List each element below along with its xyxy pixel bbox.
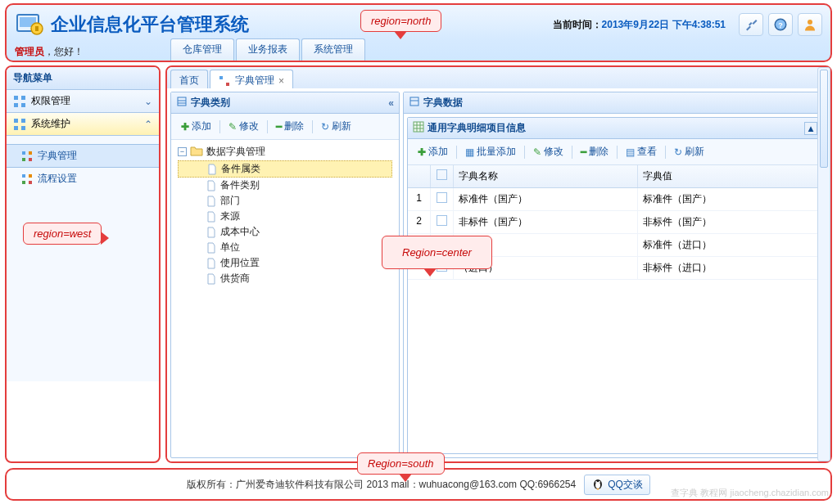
tree-icon	[21, 151, 33, 162]
svg-point-37	[595, 481, 597, 483]
app-logo-icon	[15, 10, 44, 39]
center-region: 首页 字典管理 × 字典类别 « ✚添加 ✎修改 ━删除 ↻刷新	[165, 65, 832, 463]
vertical-scrollbar[interactable]	[817, 67, 830, 461]
add-button[interactable]: ✚添加	[413, 142, 453, 161]
tree-node-label: 来源	[220, 209, 240, 223]
svg-rect-11	[14, 119, 18, 123]
collapse-icon[interactable]: −	[178, 147, 187, 156]
svg-rect-12	[21, 119, 25, 123]
tree-node[interactable]: 成本中心	[178, 224, 392, 240]
callout-center: Region=center	[382, 236, 492, 269]
app-title: 企业信息化平台管理系统	[51, 12, 249, 37]
tree-node[interactable]: 单位	[178, 240, 392, 255]
top-tab-reports[interactable]: 业务报表	[236, 38, 300, 61]
table-row[interactable]: 1标准件（国产）标准件（国产）	[408, 188, 822, 211]
svg-rect-21	[22, 181, 25, 184]
cell-checkbox[interactable]	[431, 188, 454, 210]
nav-body: 字典管理 流程设置	[7, 136, 159, 381]
inner-grid-panel: 通用字典明细项目信息 ▴ ✚添加 ▦批量添加 ✎修改 ━删除 ▤查看 ↻刷新	[407, 117, 823, 454]
svg-rect-17	[22, 158, 25, 161]
nav-group-maintenance[interactable]: 系统维护 ⌃	[7, 113, 159, 136]
delete-button[interactable]: ━删除	[271, 117, 309, 136]
folder-open-icon	[190, 145, 203, 159]
nav-group-label: 权限管理	[31, 94, 70, 108]
collapse-left-icon[interactable]: «	[388, 97, 394, 109]
col-checkbox[interactable]	[431, 165, 454, 187]
minus-icon: ━	[276, 121, 282, 133]
penguin-icon	[591, 477, 604, 493]
nav-group-label: 系统维护	[31, 117, 70, 131]
help-button[interactable]: ?	[768, 13, 793, 36]
inner-title: 通用字典明细项目信息	[428, 121, 526, 135]
qq-chat-button[interactable]: QQ交谈	[584, 475, 650, 495]
nav-item-label: 字典管理	[38, 149, 77, 163]
svg-rect-23	[219, 76, 223, 79]
batch-add-button[interactable]: ▦批量添加	[460, 142, 521, 161]
tree-node[interactable]: 供货商	[178, 271, 392, 286]
svg-text:?: ?	[778, 21, 783, 29]
edit-button[interactable]: ✎修改	[224, 117, 264, 136]
delete-button[interactable]: ━删除	[576, 142, 613, 161]
svg-rect-19	[22, 174, 25, 178]
greeting-text: ，您好！	[44, 45, 84, 59]
tree-icon	[21, 173, 33, 185]
add-button[interactable]: ✚添加	[176, 117, 216, 136]
svg-rect-22	[29, 181, 32, 184]
edit-button[interactable]: ✎修改	[528, 142, 568, 161]
tree-node-label: 单位	[220, 241, 240, 254]
plus-icon: ✚	[181, 121, 189, 133]
tree-node[interactable]: 部门	[178, 193, 392, 209]
pencil-icon: ✎	[228, 121, 237, 133]
refresh-button[interactable]: ↻刷新	[316, 117, 356, 136]
svg-rect-18	[29, 158, 32, 161]
top-tab-warehouse[interactable]: 仓库管理	[170, 38, 234, 61]
tree-node[interactable]: 使用位置	[178, 255, 392, 271]
svg-rect-3	[35, 26, 38, 31]
batch-icon: ▦	[465, 146, 474, 158]
collapse-up-icon[interactable]: ▴	[804, 122, 817, 135]
plus-icon: ✚	[418, 146, 426, 158]
cell-checkbox[interactable]	[431, 211, 454, 233]
nav-group-permission[interactable]: 权限管理 ⌄	[7, 90, 159, 113]
tree-root[interactable]: − 数据字典管理	[178, 145, 392, 159]
nav-item-dict[interactable]: 字典管理	[7, 144, 159, 168]
nav-item-label: 流程设置	[38, 172, 77, 186]
svg-rect-16	[29, 151, 32, 155]
grid-icon	[13, 95, 26, 108]
list-icon	[176, 96, 188, 110]
tree-node[interactable]: 备件类别	[178, 178, 392, 193]
view-icon: ▤	[626, 146, 635, 158]
grid-header: 字典名称 字典值	[408, 165, 822, 188]
chevron-up-icon: ⌃	[144, 119, 152, 130]
nav-title: 导航菜单	[7, 67, 159, 90]
col-name[interactable]: 字典名称	[454, 165, 638, 187]
refresh-button[interactable]: ↻刷新	[669, 142, 709, 161]
time-value: 2013年9月22日 下午4:38:51	[602, 19, 726, 30]
close-icon[interactable]: ×	[278, 75, 284, 87]
svg-rect-9	[14, 103, 18, 107]
greeting-user: 管理员	[15, 45, 44, 59]
footer-text: 版权所有：广州爱奇迪软件科技有限公司 2013 mail：wuhuacong@1…	[187, 478, 576, 492]
file-icon	[206, 242, 217, 254]
tree-node[interactable]: 来源	[178, 209, 392, 224]
grid-icon	[13, 118, 26, 131]
svg-point-38	[599, 481, 600, 483]
nav-item-workflow[interactable]: 流程设置	[7, 168, 159, 190]
svg-rect-15	[22, 151, 25, 155]
svg-point-6	[808, 20, 812, 25]
user-button[interactable]	[798, 13, 822, 36]
col-value[interactable]: 字典值	[638, 165, 822, 187]
col-rownum	[408, 165, 431, 187]
tree-icon	[219, 75, 230, 87]
callout-north: region=north	[360, 10, 441, 32]
refresh-icon: ↻	[674, 146, 682, 158]
file-icon	[206, 180, 217, 191]
settings-button[interactable]	[739, 13, 763, 36]
west-region: 导航菜单 权限管理 ⌄ 系统维护 ⌃ 字典管理 流程设置	[5, 65, 161, 463]
tree-node[interactable]: 备件属类	[178, 160, 392, 178]
top-tab-system[interactable]: 系统管理	[301, 38, 365, 61]
svg-rect-20	[29, 174, 32, 178]
tree-node-label: 成本中心	[220, 225, 260, 239]
view-button[interactable]: ▤查看	[621, 142, 662, 161]
table-row[interactable]: 2非标件（国产）非标件（国产）	[408, 211, 822, 234]
